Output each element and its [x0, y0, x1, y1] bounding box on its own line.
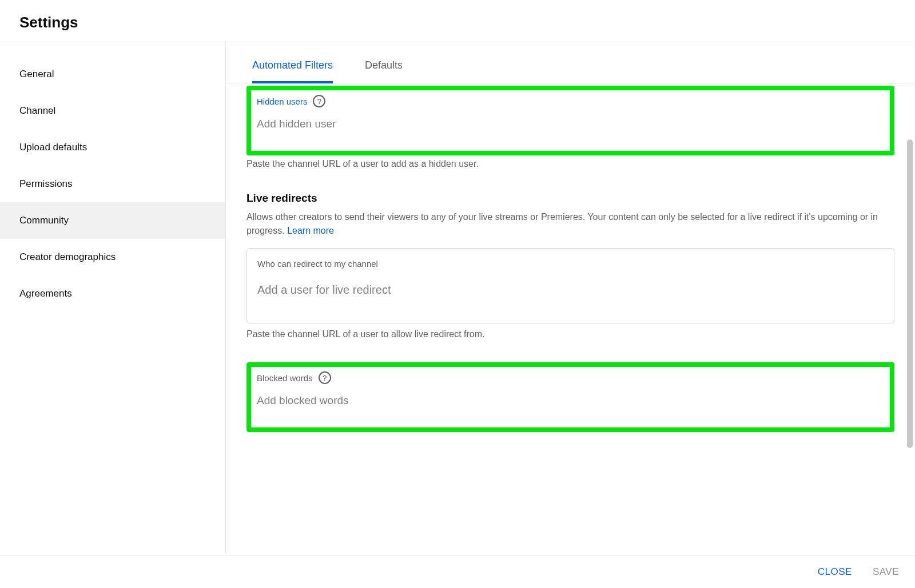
live-redirect-helper: Paste the channel URL of a user to allow…	[246, 329, 894, 339]
live-redirects-title: Live redirects	[246, 192, 894, 205]
sidebar-item-agreements[interactable]: Agreements	[0, 275, 225, 312]
dialog-header: Settings	[0, 0, 915, 42]
sidebar-item-permissions[interactable]: Permissions	[0, 166, 225, 202]
save-button[interactable]: SAVE	[873, 566, 899, 578]
settings-sidebar: General Channel Upload defaults Permissi…	[0, 42, 226, 554]
hidden-users-field: Hidden users ?	[246, 86, 894, 155]
live-redirect-field: Who can redirect to my channel	[246, 248, 894, 323]
blocked-words-field: Blocked words ?	[246, 362, 894, 432]
sidebar-item-label: Agreements	[19, 288, 72, 299]
scrollbar[interactable]	[907, 139, 913, 448]
sidebar-item-label: Upload defaults	[19, 142, 87, 153]
sidebar-item-label: Channel	[19, 105, 55, 116]
blocked-words-label: Blocked words ?	[257, 371, 884, 384]
tab-defaults[interactable]: Defaults	[365, 59, 403, 83]
tab-label: Defaults	[365, 59, 403, 71]
page-title: Settings	[19, 14, 896, 31]
tab-automated-filters[interactable]: Automated Filters	[252, 59, 333, 83]
hidden-users-helper: Paste the channel URL of a user to add a…	[246, 159, 894, 169]
live-redirects-description: Allows other creators to send their view…	[246, 210, 894, 238]
sidebar-item-creator-demographics[interactable]: Creator demographics	[0, 239, 225, 275]
hidden-users-label: Hidden users ?	[257, 95, 884, 107]
help-icon[interactable]: ?	[319, 371, 331, 384]
blocked-words-input[interactable]	[257, 394, 884, 407]
sidebar-item-upload-defaults[interactable]: Upload defaults	[0, 129, 225, 166]
description-text: Allows other creators to send their view…	[246, 212, 878, 235]
main-panel: Automated Filters Defaults Hidden users …	[226, 42, 915, 554]
tab-label: Automated Filters	[252, 59, 333, 71]
learn-more-link[interactable]: Learn more	[287, 226, 334, 235]
label-text: Hidden users	[257, 97, 307, 106]
sidebar-item-label: Permissions	[19, 178, 73, 189]
tabs: Automated Filters Defaults	[226, 42, 915, 83]
sidebar-item-general[interactable]: General	[0, 56, 225, 93]
close-button[interactable]: CLOSE	[818, 566, 852, 578]
sidebar-item-channel[interactable]: Channel	[0, 93, 225, 129]
content-scroll[interactable]: Hidden users ? Paste the channel URL of …	[226, 83, 915, 554]
scrollbar-thumb[interactable]	[907, 139, 913, 448]
help-icon[interactable]: ?	[313, 95, 325, 107]
dialog-body: General Channel Upload defaults Permissi…	[0, 42, 915, 554]
live-redirect-input[interactable]	[257, 283, 884, 297]
label-text: Blocked words	[257, 373, 313, 383]
sidebar-item-label: General	[19, 69, 54, 79]
sidebar-item-label: Community	[19, 215, 69, 226]
hidden-users-input[interactable]	[257, 118, 884, 130]
sidebar-item-label: Creator demographics	[19, 251, 116, 262]
dialog-footer: CLOSE SAVE	[0, 555, 915, 588]
sidebar-item-community[interactable]: Community	[0, 202, 225, 239]
live-redirect-label: Who can redirect to my channel	[257, 259, 884, 269]
